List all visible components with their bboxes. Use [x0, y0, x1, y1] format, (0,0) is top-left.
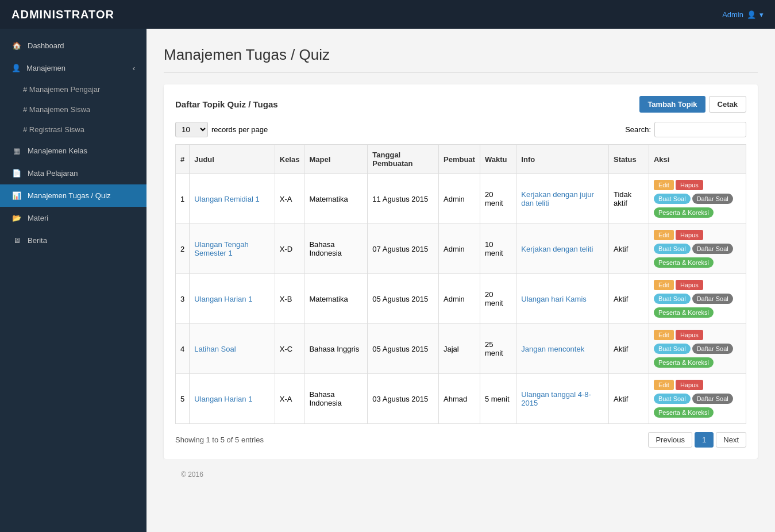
table-row: 1 Ulangan Remidial 1 X-A Matematika 11 A… [176, 174, 746, 224]
page-1-button[interactable]: 1 [695, 432, 714, 448]
cell-info: Ulangan hari Kamis [516, 274, 609, 324]
records-select[interactable]: 10 25 50 100 [175, 122, 208, 137]
cetak-button[interactable]: Cetak [709, 96, 746, 113]
search-input[interactable] [654, 122, 746, 137]
edit-button[interactable]: Edit [654, 280, 674, 290]
cell-pembuat: Ahmad [439, 374, 480, 424]
table-row: 5 Ulangan Harian 1 X-A Bahasa Indonesia … [176, 374, 746, 424]
cell-kelas: X-B [275, 274, 304, 324]
cell-judul: Latihan Soal [190, 324, 275, 374]
user-icon: 👤 [747, 10, 756, 19]
sidebar-item-manajemen-tugas[interactable]: 📊 Manajemen Tugas / Quiz [0, 184, 146, 207]
brand-name: ADMINISTRATOR [11, 8, 114, 21]
daftar-soal-button[interactable]: Daftar Soal [692, 294, 733, 304]
edit-button[interactable]: Edit [654, 330, 674, 340]
cell-kelas: X-A [275, 374, 304, 424]
card-title: Daftar Topik Quiz / Tugas [175, 99, 278, 109]
judul-link[interactable]: Latihan Soal [194, 345, 236, 353]
cell-kelas: X-A [275, 174, 304, 224]
cell-waktu: 20 menit [480, 174, 516, 224]
cell-pembuat: Admin [439, 274, 480, 324]
previous-button[interactable]: Previous [648, 432, 692, 448]
cell-mapel: Matematika [304, 174, 368, 224]
edit-button[interactable]: Edit [654, 230, 674, 240]
monitor-icon: 🖥 [11, 236, 22, 245]
cell-status: Aktif [608, 324, 649, 374]
sidebar-item-dashboard[interactable]: 🏠 Dashboard [0, 34, 146, 57]
sidebar-item-berita[interactable]: 🖥 Berita [0, 229, 146, 252]
sidebar-item-manajemen-kelas[interactable]: ▦ Manajemen Kelas [0, 140, 146, 162]
cell-info: Jangan mencontek [516, 324, 609, 374]
cell-waktu: 5 menit [480, 374, 516, 424]
buat-soal-button[interactable]: Buat Soal [654, 344, 691, 354]
pagination-buttons: Previous 1 Next [648, 432, 746, 448]
sidebar-item-label: Dashboard [28, 41, 64, 50]
action-buttons: Edit Hapus Buat Soal Daftar Soal Peserta… [654, 380, 741, 418]
cell-aksi: Edit Hapus Buat Soal Daftar Soal Peserta… [649, 224, 746, 274]
buat-soal-button[interactable]: Buat Soal [654, 294, 691, 304]
sidebar-submenu-label: # Manajemen Pengajar [23, 85, 100, 94]
cell-waktu: 10 menit [480, 224, 516, 274]
peserta-koreksi-button[interactable]: Peserta & Koreksi [654, 307, 714, 318]
cell-aksi: Edit Hapus Buat Soal Daftar Soal Peserta… [649, 324, 746, 374]
buat-soal-button[interactable]: Buat Soal [654, 394, 691, 404]
card-header: Daftar Topik Quiz / Tugas Tambah Topik C… [175, 96, 746, 113]
sidebar-item-manajemen-siswa[interactable]: # Manajemen Siswa [0, 99, 146, 119]
search-label: Search: [625, 125, 651, 134]
hapus-button[interactable]: Hapus [676, 280, 703, 290]
col-no: # [176, 145, 190, 174]
daftar-soal-button[interactable]: Daftar Soal [692, 394, 733, 404]
sidebar: 🏠 Dashboard 👤 Manajemen ‹ # Manajemen Pe… [0, 29, 146, 532]
judul-link[interactable]: Ulangan Harian 1 [194, 395, 252, 403]
sidebar-item-materi[interactable]: 📂 Materi [0, 207, 146, 229]
cell-aksi: Edit Hapus Buat Soal Daftar Soal Peserta… [649, 374, 746, 424]
hapus-button[interactable]: Hapus [676, 330, 703, 340]
cell-judul: Ulangan Harian 1 [190, 274, 275, 324]
sidebar-item-manajemen-pengajar[interactable]: # Manajemen Pengajar [0, 79, 146, 99]
action-buttons: Edit Hapus Buat Soal Daftar Soal Peserta… [654, 180, 741, 218]
manajemen-icon: 👤 [11, 64, 21, 72]
col-aksi: Aksi [649, 145, 746, 174]
cell-no: 3 [176, 274, 190, 324]
edit-button[interactable]: Edit [654, 380, 674, 390]
hapus-button[interactable]: Hapus [676, 380, 703, 390]
hapus-button[interactable]: Hapus [676, 230, 703, 240]
edit-button[interactable]: Edit [654, 180, 674, 190]
peserta-koreksi-button[interactable]: Peserta & Koreksi [654, 257, 714, 268]
daftar-soal-button[interactable]: Daftar Soal [692, 194, 733, 204]
admin-menu[interactable]: Admin 👤 ▾ [722, 10, 764, 19]
col-info: Info [516, 145, 609, 174]
cell-waktu: 20 menit [480, 274, 516, 324]
card-header-buttons: Tambah Topik Cetak [639, 96, 746, 113]
judul-link[interactable]: Ulangan Tengah Semester 1 [194, 240, 248, 257]
cell-info: Ulangan tanggal 4-8-2015 [516, 374, 609, 424]
sidebar-item-mata-pelajaran[interactable]: 📄 Mata Pelajaran [0, 162, 146, 184]
col-mapel: Mapel [304, 145, 368, 174]
next-button[interactable]: Next [716, 432, 746, 448]
sidebar-item-registrasi-siswa[interactable]: # Registrasi Siswa [0, 119, 146, 140]
cell-judul: Ulangan Tengah Semester 1 [190, 224, 275, 274]
sidebar-item-manajemen[interactable]: 👤 Manajemen ‹ [0, 57, 146, 79]
records-label: records per page [211, 125, 268, 134]
cell-tanggal: 05 Agustus 2015 [368, 274, 439, 324]
sidebar-submenu-label: # Registrasi Siswa [23, 125, 84, 134]
peserta-koreksi-button[interactable]: Peserta & Koreksi [654, 357, 714, 368]
col-kelas: Kelas [275, 145, 304, 174]
chart-icon: 📊 [11, 191, 22, 200]
buat-soal-button[interactable]: Buat Soal [654, 194, 691, 204]
hapus-button[interactable]: Hapus [676, 180, 703, 190]
buat-soal-button[interactable]: Buat Soal [654, 244, 691, 254]
peserta-koreksi-button[interactable]: Peserta & Koreksi [654, 407, 714, 418]
cell-judul: Ulangan Remidial 1 [190, 174, 275, 224]
judul-link[interactable]: Ulangan Remidial 1 [194, 195, 259, 203]
daftar-soal-button[interactable]: Daftar Soal [692, 344, 733, 354]
pagination-info: Showing 1 to 5 of 5 entries [175, 435, 264, 444]
judul-link[interactable]: Ulangan Harian 1 [194, 295, 252, 303]
cell-tanggal: 11 Agustus 2015 [368, 174, 439, 224]
daftar-soal-button[interactable]: Daftar Soal [692, 244, 733, 254]
peserta-koreksi-button[interactable]: Peserta & Koreksi [654, 207, 714, 218]
tambah-topik-button[interactable]: Tambah Topik [639, 96, 705, 113]
table-controls: 10 25 50 100 records per page Search: [175, 122, 746, 137]
file-icon: 📄 [11, 169, 22, 178]
cell-tanggal: 07 Agustus 2015 [368, 224, 439, 274]
